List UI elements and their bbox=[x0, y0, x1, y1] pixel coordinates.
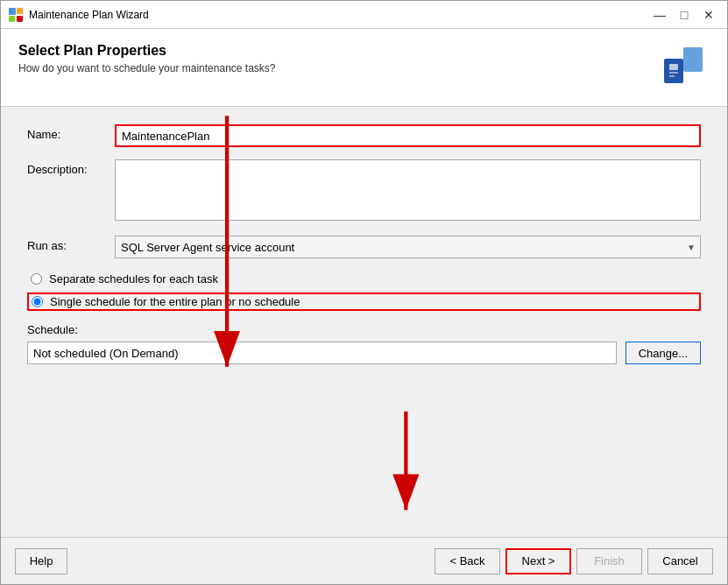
svg-rect-5 bbox=[664, 59, 683, 83]
finish-button[interactable]: Finish bbox=[576, 548, 642, 574]
description-input[interactable] bbox=[115, 159, 701, 221]
minimize-button[interactable]: — bbox=[648, 5, 671, 25]
name-label: Name: bbox=[27, 124, 115, 141]
schedule-radio-group: Separate schedules for each task Single … bbox=[27, 271, 701, 311]
change-button[interactable]: Change... bbox=[626, 342, 701, 364]
runas-field-wrap: SQL Server Agent service account ▼ bbox=[115, 236, 701, 258]
cancel-button[interactable]: Cancel bbox=[647, 548, 713, 574]
runas-select[interactable]: SQL Server Agent service account bbox=[115, 236, 701, 258]
schedule-label: Schedule: bbox=[27, 323, 701, 336]
next-button[interactable]: Next > bbox=[505, 548, 571, 574]
svg-rect-0 bbox=[9, 8, 16, 15]
title-bar: Maintenance Plan Wizard — □ ✕ bbox=[1, 1, 727, 29]
name-row: Name: bbox=[27, 124, 701, 147]
radio-separate[interactable] bbox=[31, 273, 42, 285]
close-button[interactable]: ✕ bbox=[697, 5, 720, 25]
radio-separate-label[interactable]: Separate schedules for each task bbox=[49, 272, 218, 285]
svg-rect-3 bbox=[17, 16, 23, 22]
window-controls: — □ ✕ bbox=[648, 5, 720, 25]
page-subtitle: How do you want to schedule your mainten… bbox=[18, 62, 276, 74]
svg-rect-2 bbox=[9, 16, 15, 22]
svg-rect-7 bbox=[669, 72, 678, 74]
header-section: Select Plan Properties How do you want t… bbox=[1, 29, 727, 107]
svg-rect-6 bbox=[669, 64, 678, 70]
content-area: Name: Description: Run as: SQL Server Ag… bbox=[1, 107, 727, 537]
footer-left: Help bbox=[15, 548, 67, 574]
header-icon bbox=[657, 43, 710, 95]
description-row: Description: bbox=[27, 159, 701, 223]
main-window: Maintenance Plan Wizard — □ ✕ Select Pla… bbox=[0, 0, 728, 585]
help-button[interactable]: Help bbox=[15, 548, 67, 574]
page-title: Select Plan Properties bbox=[18, 43, 276, 59]
radio-row-single: Single schedule for the entire plan or n… bbox=[27, 292, 701, 311]
header-text: Select Plan Properties How do you want t… bbox=[18, 43, 276, 74]
schedule-input[interactable] bbox=[27, 342, 617, 364]
name-input[interactable] bbox=[115, 124, 701, 147]
schedule-row: Change... bbox=[27, 342, 701, 364]
maximize-button[interactable]: □ bbox=[673, 5, 696, 25]
name-field-wrap bbox=[115, 124, 701, 147]
svg-rect-8 bbox=[669, 75, 675, 77]
schedule-section: Schedule: Change... bbox=[27, 323, 701, 364]
window-icon bbox=[8, 7, 24, 23]
window-title: Maintenance Plan Wizard bbox=[29, 9, 648, 21]
radio-single-label[interactable]: Single schedule for the entire plan or n… bbox=[50, 295, 300, 308]
runas-row: Run as: SQL Server Agent service account… bbox=[27, 236, 701, 258]
svg-rect-1 bbox=[17, 8, 23, 14]
runas-label: Run as: bbox=[27, 236, 115, 252]
back-button[interactable]: < Back bbox=[435, 548, 500, 574]
footer-right: < Back Next > Finish Cancel bbox=[435, 548, 713, 574]
radio-single[interactable] bbox=[32, 296, 43, 307]
description-label: Description: bbox=[27, 159, 115, 176]
svg-rect-4 bbox=[683, 47, 703, 72]
footer: Help < Back Next > Finish Cancel bbox=[1, 537, 727, 584]
radio-row-separate: Separate schedules for each task bbox=[27, 271, 701, 287]
description-field-wrap bbox=[115, 159, 701, 223]
runas-select-wrap: SQL Server Agent service account ▼ bbox=[115, 236, 701, 258]
